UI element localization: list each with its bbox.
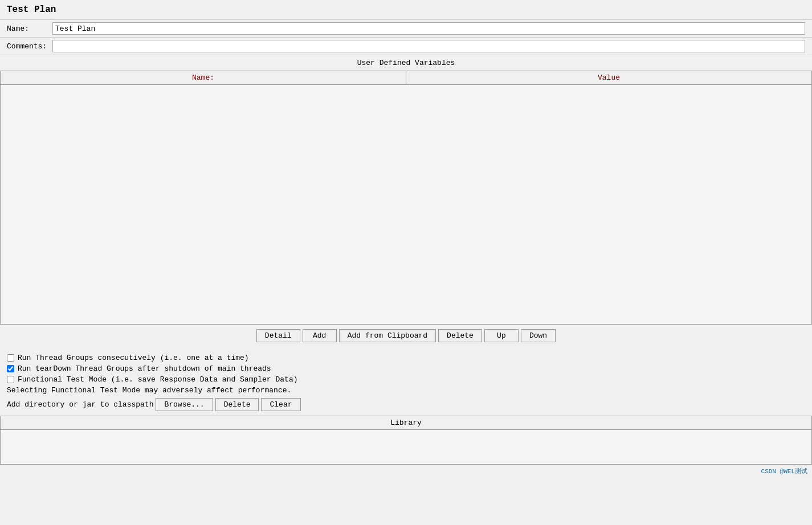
- run-thread-groups-checkbox[interactable]: [7, 354, 14, 362]
- table-header: Name: Value: [1, 71, 811, 85]
- functional-test-mode-row: Functional Test Mode (i.e. save Response…: [7, 375, 805, 384]
- add-from-clipboard-button[interactable]: Add from Clipboard: [339, 329, 436, 342]
- table-header-value: Value: [406, 71, 811, 84]
- variables-table: Name: Value: [0, 71, 812, 325]
- action-buttons-row: Detail Add Add from Clipboard Delete Up …: [0, 325, 812, 347]
- classpath-delete-button[interactable]: Delete: [215, 398, 259, 411]
- down-button[interactable]: Down: [521, 329, 556, 342]
- up-button[interactable]: Up: [484, 329, 519, 342]
- functional-note: Selecting Functional Test Mode may adver…: [7, 386, 805, 395]
- browse-button[interactable]: Browse...: [156, 398, 213, 411]
- library-section: Library: [0, 416, 812, 465]
- run-teardown-checkbox[interactable]: [7, 365, 14, 372]
- delete-button[interactable]: Delete: [438, 329, 482, 342]
- run-teardown-row: Run tearDown Thread Groups after shutdow…: [7, 364, 805, 373]
- run-teardown-label: Run tearDown Thread Groups after shutdow…: [18, 364, 271, 373]
- library-header: Library: [1, 416, 811, 430]
- detail-button[interactable]: Detail: [256, 329, 300, 342]
- options-section: Run Thread Groups consecutively (i.e. on…: [0, 347, 812, 416]
- panel-title: Test Plan: [0, 0, 812, 20]
- watermark: CSDN @WEL测试: [0, 465, 812, 478]
- classpath-row: Add directory or jar to classpath Browse…: [7, 398, 805, 411]
- main-container: Test Plan Name: Comments: User Defined V…: [0, 0, 812, 525]
- user-defined-variables-title: User Defined Variables: [0, 55, 812, 71]
- functional-test-mode-label: Functional Test Mode (i.e. save Response…: [18, 375, 297, 384]
- comments-input[interactable]: [52, 40, 805, 52]
- table-header-name: Name:: [1, 71, 406, 84]
- library-body: [1, 430, 811, 464]
- run-thread-groups-row: Run Thread Groups consecutively (i.e. on…: [7, 354, 805, 362]
- add-button[interactable]: Add: [303, 329, 337, 342]
- name-row: Name:: [0, 20, 812, 38]
- classpath-label: Add directory or jar to classpath: [7, 400, 153, 409]
- name-input[interactable]: [52, 22, 805, 35]
- comments-label: Comments:: [7, 42, 52, 51]
- table-body: [1, 85, 811, 324]
- run-thread-groups-label: Run Thread Groups consecutively (i.e. on…: [18, 354, 249, 362]
- name-label: Name:: [7, 24, 52, 33]
- functional-test-mode-checkbox[interactable]: [7, 376, 14, 383]
- clear-button[interactable]: Clear: [261, 398, 300, 411]
- comments-row: Comments:: [0, 38, 812, 55]
